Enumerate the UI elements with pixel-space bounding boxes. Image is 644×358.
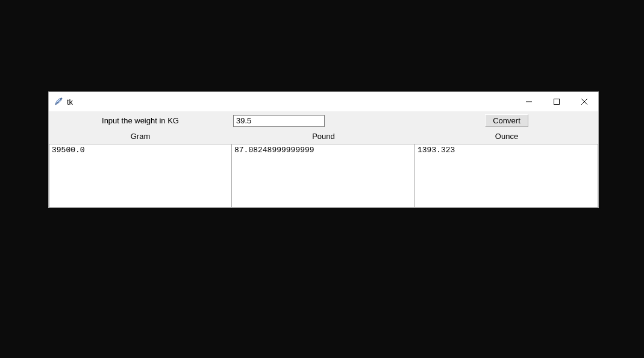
title-bar: tk	[49, 92, 598, 111]
results-row: 39500.0 87.08248999999999 1393.323	[49, 144, 598, 208]
gram-output[interactable]: 39500.0	[49, 144, 232, 208]
maximize-button[interactable]	[543, 92, 571, 111]
header-row: Gram Pound Ounce	[49, 130, 598, 144]
input-label: Input the weight in KG	[102, 116, 179, 125]
window-title: tk	[67, 97, 73, 106]
input-row: Input the weight in KG Convert	[49, 111, 598, 130]
header-gram: Gram	[131, 132, 151, 141]
pound-output[interactable]: 87.08248999999999	[232, 144, 415, 208]
app-window: tk Input the weight in KG Convert Gram P…	[48, 91, 599, 208]
header-pound: Pound	[312, 132, 335, 141]
header-ounce: Ounce	[495, 132, 518, 141]
ounce-output[interactable]: 1393.323	[415, 144, 598, 208]
convert-button[interactable]: Convert	[485, 114, 528, 127]
minimize-button[interactable]	[515, 92, 543, 111]
close-button[interactable]	[571, 92, 598, 111]
feather-icon	[54, 97, 63, 106]
weight-input[interactable]	[233, 115, 325, 127]
svg-rect-1	[554, 99, 560, 105]
